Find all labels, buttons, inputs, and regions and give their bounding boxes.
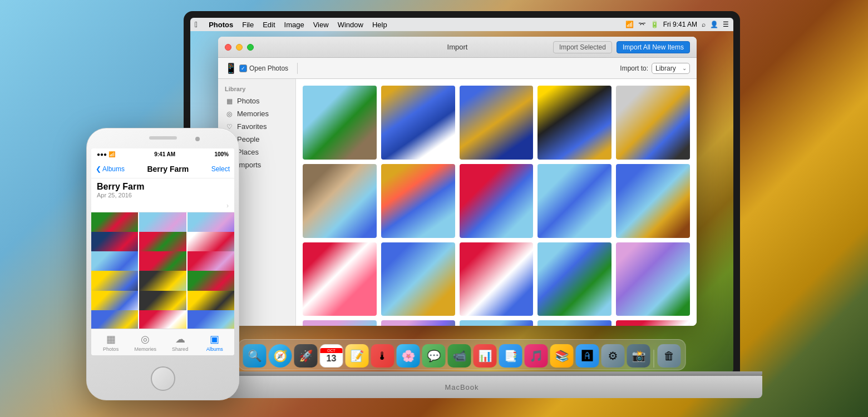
photo-thumb-8[interactable]	[460, 164, 534, 238]
photo-thumb-19[interactable]	[537, 320, 611, 326]
import-to-label: Import to:	[620, 64, 648, 72]
sidebar-imports-label: Imports	[237, 161, 261, 169]
menubar-edit[interactable]: Edit	[263, 21, 275, 29]
import-to-select[interactable]: Library	[652, 63, 690, 74]
macbook-base: MacBook	[161, 371, 762, 410]
photo-grid-area[interactable]	[296, 79, 697, 326]
sidebar-item-photos[interactable]: ▦ Photos	[218, 95, 295, 107]
iphone-shared-tab-label: Shared	[172, 346, 188, 352]
photos-window: Import Import Selected Import All New It…	[218, 37, 697, 326]
import-to-group: Import to: Library ⌄	[620, 63, 690, 74]
dock-trash[interactable]: 🗑	[658, 344, 681, 368]
iphone-select-button[interactable]: Select	[211, 165, 230, 173]
dock-thermometer[interactable]: 🌡	[371, 344, 394, 368]
iphone-photos-tab-icon: ▦	[106, 333, 116, 345]
iphone-tab-memories[interactable]: ◎ Memories	[128, 333, 162, 352]
photo-thumb-17[interactable]	[381, 320, 455, 326]
photo-thumb-15[interactable]	[616, 242, 690, 316]
iphone-speaker	[149, 136, 177, 140]
dock-safari[interactable]: 🧭	[269, 344, 292, 368]
photo-thumb-6[interactable]	[303, 164, 377, 238]
photo-thumb-2[interactable]	[381, 86, 455, 160]
menubar-app-name[interactable]: Photos	[209, 21, 233, 29]
menubar-window[interactable]: Window	[338, 21, 363, 29]
photo-thumb-18[interactable]	[460, 320, 534, 326]
dock-calendar[interactable]: OCT 13	[320, 344, 343, 368]
import-to-select-wrapper: Library ⌄	[652, 63, 690, 74]
iphone-album-header: Berry Farm Apr 25, 2016	[91, 178, 234, 200]
photo-thumb-12[interactable]	[381, 242, 455, 316]
photo-thumb-1[interactable]	[303, 86, 377, 160]
photo-thumb-20[interactable]	[616, 320, 690, 326]
menubar-right: 📶 ⌤ 🔋 Fri 9:41 AM ⌕ 👤 ☰	[625, 21, 729, 28]
iphone-memories-tab-icon: ◎	[141, 333, 150, 345]
photo-thumb-9[interactable]	[537, 164, 611, 238]
import-selected-button[interactable]: Import Selected	[553, 41, 612, 53]
iphone-home-button[interactable]	[151, 366, 175, 391]
sidebar-item-memories[interactable]: ◎ Memories	[218, 107, 295, 120]
menubar-time: Fri 9:41 AM	[663, 21, 697, 28]
iphone-photo-16[interactable]	[91, 310, 138, 329]
menubar-help[interactable]: Help	[372, 21, 387, 29]
iphone: ●●● 📶 9:41 AM 100% ❮ Albums Berry Farm S…	[86, 128, 239, 400]
window-content: Library ▦ Photos ◎ Memories ♡	[218, 79, 697, 326]
fullscreen-button[interactable]	[247, 44, 254, 51]
photo-thumb-5[interactable]	[616, 86, 690, 160]
dock-launchpad[interactable]: 🚀	[294, 344, 318, 368]
iphone-album-info-row: ›	[91, 200, 234, 212]
iphone-tab-albums[interactable]: ▣ Albums	[198, 333, 232, 352]
dock-notes[interactable]: 📝	[346, 344, 369, 368]
photo-grid	[303, 86, 690, 326]
iphone-back-label: Albums	[102, 165, 125, 173]
macbook-screen:  Photos File Edit Image View Window Hel…	[190, 18, 733, 373]
photo-thumb-14[interactable]	[537, 242, 611, 316]
wifi-icon: 📶	[625, 21, 634, 28]
titlebar-buttons: Import Selected Import All New Items	[553, 41, 690, 53]
dock-keynote[interactable]: 📑	[499, 344, 522, 368]
menubar-image[interactable]: Image	[284, 21, 304, 29]
dock-books[interactable]: 📚	[550, 344, 574, 368]
dock-systemprefs[interactable]: ⚙	[601, 344, 625, 368]
search-icon[interactable]: ⌕	[702, 21, 706, 28]
iphone-albums-tab-label: Albums	[206, 346, 223, 352]
open-photos-checkbox[interactable]: ✓	[239, 64, 247, 72]
iphone-nav-title: Berry Farm	[125, 165, 211, 173]
sidebar-people-label: People	[237, 135, 259, 143]
photo-thumb-3[interactable]	[460, 86, 534, 160]
iphone-photo-18[interactable]	[188, 310, 234, 329]
photo-thumb-16[interactable]	[303, 320, 377, 326]
menubar:  Photos File Edit Image View Window Hel…	[190, 18, 733, 31]
iphone-time: 9:41 AM	[154, 151, 175, 157]
macbook-hinge	[161, 371, 762, 376]
dock-photos[interactable]: 🌸	[397, 344, 420, 368]
open-photos-group: ✓ Open Photos	[239, 64, 288, 72]
dock-finder[interactable]: 🔍	[243, 344, 267, 368]
iphone-photo-17[interactable]	[139, 310, 186, 329]
minimize-button[interactable]	[236, 44, 243, 51]
photo-thumb-4[interactable]	[537, 86, 611, 160]
dock-music[interactable]: 🎵	[525, 344, 548, 368]
iphone-tab-bar: ▦ Photos ◎ Memories ☁ Shared ▣ Albums	[91, 329, 234, 355]
iphone-tab-photos[interactable]: ▦ Photos	[93, 333, 128, 352]
photo-thumb-10[interactable]	[616, 164, 690, 238]
dock: 🔍 🧭 🚀 OCT 13 📝 🌡 🌸 💬 📹 📊 📑 🎵 📚	[238, 339, 686, 370]
photo-thumb-11[interactable]	[303, 242, 377, 316]
import-all-button[interactable]: Import All New Items	[617, 41, 690, 53]
dock-facetime[interactable]: 📹	[448, 344, 471, 368]
iphone-screen: ●●● 📶 9:41 AM 100% ❮ Albums Berry Farm S…	[91, 148, 234, 355]
menubar-view[interactable]: View	[313, 21, 329, 29]
dock-camera[interactable]: 📸	[627, 344, 650, 368]
dock-messages[interactable]: 💬	[422, 344, 446, 368]
menubar-file[interactable]: File	[242, 21, 254, 29]
macbook-label: MacBook	[445, 383, 479, 391]
iphone-photo-grid[interactable]	[91, 212, 234, 329]
apple-menu[interactable]: 	[195, 20, 198, 29]
dock-numbers[interactable]: 📊	[474, 344, 497, 368]
dock-appstore[interactable]: 🅰	[576, 344, 599, 368]
macbook:  Photos File Edit Image View Window Hel…	[161, 11, 762, 411]
iphone-back-button[interactable]: ❮ Albums	[96, 165, 125, 173]
iphone-tab-shared[interactable]: ☁ Shared	[163, 333, 198, 352]
close-button[interactable]	[225, 44, 231, 51]
photo-thumb-7[interactable]	[381, 164, 455, 238]
photo-thumb-13[interactable]	[460, 242, 534, 316]
